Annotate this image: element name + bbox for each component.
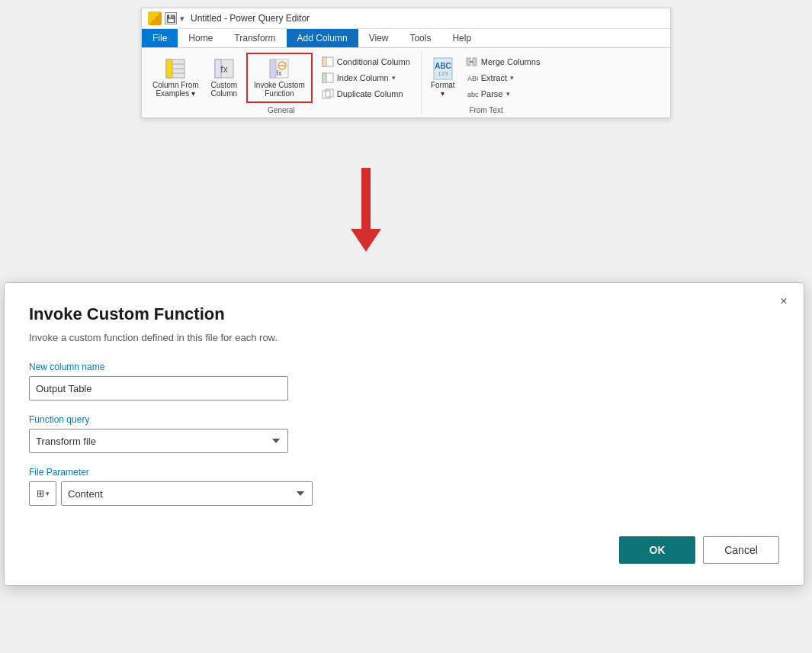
index-column-button[interactable]: Index Column ▾ xyxy=(317,70,415,85)
format-button[interactable]: ABC 123 Format▾ xyxy=(428,56,458,100)
merge-columns-label: Merge Columns xyxy=(481,57,541,66)
ribbon-tabs: File Home Transform Add Column View Tool… xyxy=(142,29,670,48)
parse-dropdown-icon: ▾ xyxy=(506,90,510,98)
extract-button[interactable]: ABC Extract ▾ xyxy=(461,70,545,85)
arrow-head xyxy=(351,229,381,252)
duplicate-column-button[interactable]: Duplicate Column xyxy=(317,86,415,101)
merge-columns-button[interactable]: Merge Columns xyxy=(461,54,545,69)
powerbi-icon xyxy=(148,11,162,25)
ribbon-container: 💾 ▾ Untitled - Power Query Editor File H… xyxy=(141,8,671,118)
extract-dropdown-icon: ▾ xyxy=(510,74,514,82)
table-icon: ⊞ xyxy=(37,488,44,499)
dialog-close-button[interactable]: × xyxy=(775,292,793,310)
file-parameter-row: ⊞ ▾ Content xyxy=(29,481,779,506)
merge-columns-icon xyxy=(466,56,478,68)
from-text-small-buttons: Merge Columns ABC Extract ▾ xyxy=(461,54,545,101)
svg-rect-16 xyxy=(323,73,326,82)
dialog-footer: OK Cancel xyxy=(29,536,779,564)
function-query-select[interactable]: Transform file xyxy=(29,429,288,453)
ribbon-group-general: Column FromExamples ▾ fx CustomColumn xyxy=(142,51,422,114)
arrow-shaft xyxy=(361,168,371,229)
invoke-custom-function-label: Invoke CustomFunction xyxy=(254,81,305,98)
invoke-custom-function-button[interactable]: fx Invoke CustomFunction xyxy=(249,56,310,100)
invoke-custom-function-wrapper: fx Invoke CustomFunction xyxy=(246,53,313,103)
dialog-subtitle: Invoke a custom function defined in this… xyxy=(29,332,779,343)
conditional-column-icon xyxy=(322,56,334,68)
file-parameter-select[interactable]: Content xyxy=(61,481,313,506)
format-icon: ABC 123 xyxy=(432,58,454,79)
index-column-icon xyxy=(322,72,334,84)
column-from-examples-button[interactable]: Column FromExamples ▾ xyxy=(148,56,204,100)
index-column-dropdown-icon: ▾ xyxy=(392,74,396,82)
svg-text:fx: fx xyxy=(220,64,227,75)
duplicate-column-label: Duplicate Column xyxy=(337,89,403,98)
invoke-custom-function-dialog: × Invoke Custom Function Invoke a custom… xyxy=(4,282,804,586)
custom-column-icon: fx xyxy=(213,58,235,79)
general-group-label: General xyxy=(268,106,295,114)
svg-text:123: 123 xyxy=(438,70,448,77)
svg-rect-22 xyxy=(467,58,470,66)
format-label: Format▾ xyxy=(431,81,455,98)
tab-help[interactable]: Help xyxy=(441,29,482,47)
save-icon[interactable]: 💾 xyxy=(165,12,177,24)
title-bar-icons: 💾 ▾ xyxy=(148,11,185,25)
parse-label: Parse xyxy=(481,89,503,98)
svg-text:fx: fx xyxy=(277,69,283,77)
svg-rect-1 xyxy=(166,60,172,78)
ribbon-small-buttons: Conditional Column Index Column ▾ xyxy=(317,54,415,101)
extract-label: Extract xyxy=(481,73,507,82)
index-column-label: Index Column xyxy=(337,73,389,82)
parse-button[interactable]: abc Parse ▾ xyxy=(461,86,545,101)
file-parameter-group: File Parameter ⊞ ▾ Content xyxy=(29,467,779,506)
new-column-name-label: New column name xyxy=(29,362,779,372)
file-parameter-type-button[interactable]: ⊞ ▾ xyxy=(29,481,56,506)
svg-text:ABC: ABC xyxy=(467,75,478,82)
svg-rect-14 xyxy=(323,57,326,66)
tab-tools[interactable]: Tools xyxy=(399,29,441,47)
new-column-name-group: New column name xyxy=(29,362,779,400)
conditional-column-label: Conditional Column xyxy=(337,57,410,66)
function-query-group: Function query Transform file xyxy=(29,414,779,453)
file-parameter-label: File Parameter xyxy=(29,467,779,478)
new-column-name-input[interactable] xyxy=(29,376,288,400)
ribbon-group-general-items: Column FromExamples ▾ fx CustomColumn xyxy=(148,51,415,105)
ok-button[interactable]: OK xyxy=(619,536,695,564)
window-title: Untitled - Power Query Editor xyxy=(191,13,310,24)
custom-column-button[interactable]: fx CustomColumn xyxy=(207,56,242,100)
svg-text:abc: abc xyxy=(467,91,478,98)
tab-view[interactable]: View xyxy=(358,29,400,47)
title-bar: 💾 ▾ Untitled - Power Query Editor xyxy=(142,8,670,29)
custom-column-label: CustomColumn xyxy=(211,81,237,98)
conditional-column-button[interactable]: Conditional Column xyxy=(317,54,415,69)
from-text-group-label: From Text xyxy=(469,106,502,114)
parse-icon: abc xyxy=(466,88,478,100)
tab-home[interactable]: Home xyxy=(178,29,223,47)
invoke-custom-function-icon: fx xyxy=(268,58,290,79)
dropdown-arrow-icon[interactable]: ▾ xyxy=(180,14,185,24)
svg-rect-23 xyxy=(473,58,477,66)
column-from-examples-label: Column FromExamples ▾ xyxy=(152,81,199,98)
function-query-label: Function query xyxy=(29,414,779,425)
svg-rect-9 xyxy=(270,60,276,78)
type-dropdown-icon: ▾ xyxy=(46,490,50,497)
dialog-title: Invoke Custom Function xyxy=(29,304,779,324)
duplicate-column-icon xyxy=(322,88,334,100)
column-from-examples-icon xyxy=(165,58,186,79)
arrow-indicator xyxy=(351,168,381,252)
extract-icon: ABC xyxy=(466,72,478,84)
tab-file[interactable]: File xyxy=(142,29,178,47)
ribbon-content: Column FromExamples ▾ fx CustomColumn xyxy=(142,48,670,117)
svg-text:ABC: ABC xyxy=(435,62,451,70)
cancel-button[interactable]: Cancel xyxy=(703,536,779,564)
tab-add-column[interactable]: Add Column xyxy=(287,29,358,47)
from-text-group-items: ABC 123 Format▾ xyxy=(428,51,545,105)
tab-transform[interactable]: Transform xyxy=(223,29,286,47)
ribbon-group-from-text: ABC 123 Format▾ xyxy=(422,51,551,114)
